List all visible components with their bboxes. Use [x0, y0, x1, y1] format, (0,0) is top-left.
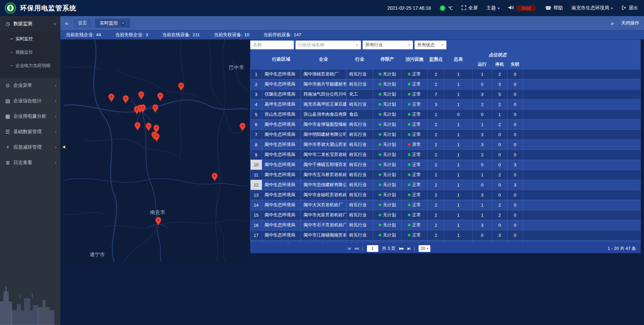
tab-home[interactable]: 首页: [73, 18, 92, 28]
map-pin[interactable]: [123, 95, 129, 104]
page-size-select[interactable]: 20 ▾: [419, 245, 430, 252]
notifications-button[interactable]: 2632: [508, 5, 536, 11]
table-row[interactable]: 14阆中生态环境局阆中大兴页岩机砖厂砖瓦行业无计划正常21120: [251, 200, 641, 210]
cell-stop-count: 0: [492, 160, 507, 170]
cell-stop-count: 5: [492, 89, 507, 99]
fullscreen-button[interactable]: 全屏: [462, 5, 478, 11]
map-pin[interactable]: [139, 91, 144, 100]
table-row[interactable]: 7阆中生态环境局阆中明阳建材有限公司砖瓦行业无计划正常21300: [251, 129, 641, 140]
col-header-point-status-group: 点位状态: [473, 50, 523, 60]
industry-filter-select[interactable]: 所有行业 ∨: [363, 41, 413, 49]
sidebar-item-data-monitoring[interactable]: ◷数据监测∨: [0, 16, 60, 32]
cell-restriction: 无计划: [373, 69, 401, 79]
map-pin[interactable]: [158, 93, 163, 101]
cell-filler: [523, 180, 641, 190]
sidebar-item-base-data-management[interactable]: ☰基础数据管理‹: [0, 124, 60, 140]
name-filter-input[interactable]: [250, 41, 294, 49]
next-page-button[interactable]: ▶▶: [399, 247, 404, 250]
sidebar-subitem-realtime-monitor[interactable]: 实时监控: [0, 32, 60, 46]
help-button[interactable]: ☎ 帮助: [545, 5, 563, 11]
row-number: 9: [251, 150, 262, 160]
first-page-button[interactable]: |◀: [347, 247, 350, 250]
map-pin[interactable]: [154, 133, 160, 142]
cell-filler: [523, 190, 641, 200]
table-row[interactable]: 8阆中生态环境局阆中市枣碧大梁山页岩砖瓦行业无计划异常21300: [251, 140, 641, 150]
cell-lost-count: 0: [507, 190, 523, 200]
cell-monitor-count: 2: [428, 190, 444, 200]
sidebar-subitem-video-monitor[interactable]: 视频监控: [0, 46, 60, 59]
sidebar-item-emergency-reduction[interactable]: ⚡应急减排管理‹: [0, 140, 60, 155]
cell-run-count: 0: [473, 180, 492, 190]
cell-facility: 正常: [401, 190, 428, 200]
sidebar-item-label: 日志查看: [13, 160, 55, 166]
cell-facility: 正常: [401, 240, 428, 243]
table-row[interactable]: 2阆中生态环境局阆中市南方节能建材有砖瓦行业无计划正常21030: [251, 79, 641, 89]
region-filter-select[interactable]: 行政区域名称 ∨: [296, 41, 361, 49]
last-page-button[interactable]: ▶|: [408, 247, 410, 250]
sidebar-item-enterprise-abnormal[interactable]: ⊙企业异常‹: [0, 78, 60, 93]
close-operations-button[interactable]: 关闭操作: [621, 20, 639, 26]
theme-dropdown[interactable]: 主题 ▾: [486, 5, 499, 11]
tab-close-icon[interactable]: ×: [120, 21, 125, 26]
scroll-tabs-left-icon[interactable]: «: [65, 20, 68, 26]
industry-filter-value: 所有行业: [365, 42, 383, 48]
status-filter-select[interactable]: 所有状态 ∨: [415, 41, 446, 49]
tab-label: 首页: [78, 20, 87, 26]
table-row[interactable]: 6阆中生态环境局阆中市金博瑞新型墙材砖瓦行业无计划正常21120: [251, 119, 641, 129]
table-row[interactable]: 5营山生态环境局营山县润丰肉食品有限食品无计划正常10010: [251, 109, 641, 119]
app-logo-icon: [5, 2, 16, 14]
org-dropdown[interactable]: 南充市生态环境局 ▾: [572, 5, 613, 11]
cell-lost-count: 0: [507, 140, 523, 150]
table-row[interactable]: 10阆中生态环境局阆中千佛镇五郎垭页岩砖瓦行业无计划正常21003: [251, 160, 641, 170]
table-row[interactable]: 4高坪生态环境局南充市高坪区王家店建砖瓦行业无计划正常31220: [251, 99, 641, 109]
status-dot-icon: [379, 143, 381, 146]
sidebar-item-enterprise-statistics[interactable]: ▤企业综合统计‹: [0, 93, 60, 109]
table-row[interactable]: 18南部生态环境局南部县双佛水泥有限公建材无计划正常21020: [251, 240, 641, 243]
cell-stop-count: 0: [492, 140, 507, 150]
table-row[interactable]: 17阆中生态环境局阆中市江南镇阆南页岩砖瓦行业无计划正常21030: [251, 230, 641, 240]
table-row[interactable]: 3仪陇生态环境局西南油气田分公司川中化工无计划正常71350: [251, 89, 641, 99]
status-filter-value: 所有状态: [417, 42, 435, 48]
map-canvas[interactable]: 巴中市南充市遂宁市: [64, 40, 248, 262]
status-dot-icon: [379, 93, 381, 96]
bullet-icon: [11, 39, 12, 39]
logout-button[interactable]: 退出: [622, 5, 638, 11]
cell-monitor-count: 2: [428, 140, 444, 150]
status-dot-icon: [408, 173, 411, 176]
scroll-tabs-right-icon[interactable]: »: [611, 20, 614, 26]
page-number-input[interactable]: [367, 245, 378, 252]
map-pin[interactable]: [178, 83, 184, 91]
sidebar-subitem-power-load-detail[interactable]: 企业电力负荷明细: [0, 59, 60, 72]
cell-lost-count: 0: [507, 89, 523, 99]
table-row[interactable]: 13阆中生态环境局阆中市金福旺页岩机砖砖瓦行业无计划正常21300: [251, 190, 641, 200]
map-pin[interactable]: [109, 94, 114, 102]
map-panel[interactable]: 巴中市南充市遂宁市 ◀: [64, 40, 248, 262]
map-pin[interactable]: [212, 173, 218, 181]
map-pin[interactable]: [153, 104, 158, 113]
table-row[interactable]: 12阆中生态环境局阆中市忠信建材有限公砖瓦行业无计划正常21003: [251, 180, 641, 190]
cell-meter-count: 1: [444, 140, 473, 150]
cell-lost-count: 0: [507, 79, 523, 89]
map-collapse-button[interactable]: ◀: [60, 143, 67, 151]
cell-run-count: 1: [473, 170, 492, 180]
map-pin[interactable]: [135, 122, 141, 130]
table-row[interactable]: 11阆中生态环境局阆中市五马桥页岩机砖砖瓦行业无计划正常21120: [251, 170, 641, 180]
table-row[interactable]: 15阆中生态环境局阆中市光富页岩机砖厂砖瓦行业无计划正常21120: [251, 210, 641, 220]
table-row[interactable]: 1阆中生态环境局阆中强锐页岩砖厂砖瓦行业无计划正常21120: [251, 69, 641, 79]
temperature-indicator: 0 ℃: [440, 5, 453, 11]
table-row[interactable]: 16阆中生态环境局阆中市石子页岩机砖厂砖瓦行业无计划正常21300: [251, 220, 641, 230]
cell-stop-count: 0: [492, 129, 507, 140]
sidebar-item-log-view[interactable]: ≣日志查看‹: [0, 155, 60, 170]
map-pin[interactable]: [146, 123, 152, 131]
prev-page-button[interactable]: ◀◀: [354, 247, 358, 250]
sidebar-item-power-usage-analysis[interactable]: ▦企业用电量分析‹: [0, 109, 60, 124]
row-number: 15: [251, 210, 262, 220]
tab-realtime-monitor[interactable]: 实时监控×: [95, 18, 130, 28]
cell-monitor-count: 2: [428, 230, 444, 240]
cell-industry: 砖瓦行业: [346, 79, 373, 89]
map-pin[interactable]: [240, 123, 246, 131]
tab-bar: « 首页实时监控× » 关闭操作: [60, 16, 644, 30]
cell-stop-count: 3: [492, 79, 507, 89]
cell-run-count: 1: [473, 200, 492, 210]
table-row[interactable]: 9阆中生态环境局阆中市二龙长宝页岩砖砖瓦行业无计划正常21200: [251, 150, 641, 160]
